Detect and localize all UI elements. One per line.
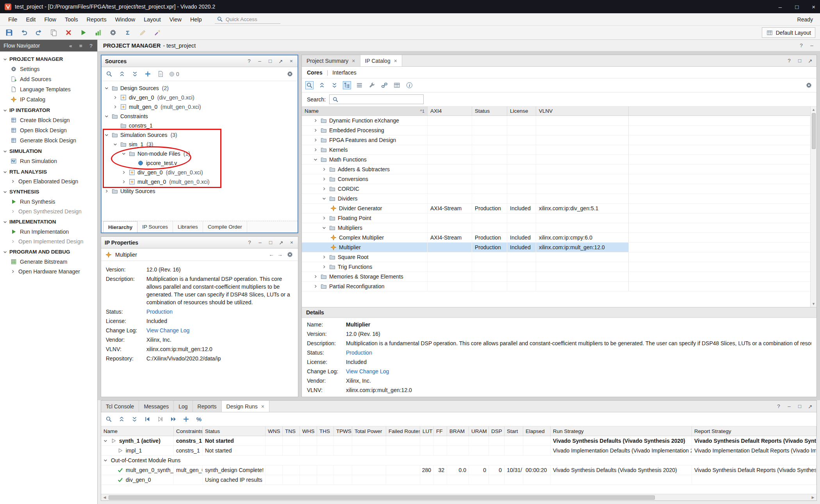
menu-tools[interactable]: Tools bbox=[61, 14, 82, 25]
catalog-row-cordic[interactable]: CORDIC bbox=[302, 184, 810, 194]
collapse-all-icon[interactable] bbox=[118, 415, 126, 423]
edit-icon[interactable] bbox=[138, 28, 147, 37]
catalog-column-status[interactable]: Status bbox=[472, 106, 507, 115]
subtab-cores[interactable]: Cores bbox=[307, 69, 323, 76]
source-item-mult-gen-0[interactable]: mult_gen_0(mult_gen_0.xci) bbox=[102, 177, 298, 186]
minimize-icon[interactable]: – bbox=[257, 58, 262, 64]
close-icon[interactable]: × bbox=[394, 58, 397, 64]
help-icon[interactable]: ? bbox=[786, 58, 792, 64]
sources-tab-hierarchy[interactable]: Hierarchy bbox=[103, 221, 137, 232]
minimize-icon[interactable]: – bbox=[786, 403, 792, 409]
collapse-panel-icon[interactable]: « bbox=[68, 43, 73, 49]
minimize-icon[interactable]: – bbox=[809, 43, 815, 48]
source-item-div-gen-0[interactable]: div_gen_0(div_gen_0.xci) bbox=[102, 168, 298, 177]
help-icon[interactable]: ? bbox=[776, 403, 781, 409]
delete-icon[interactable] bbox=[64, 28, 73, 37]
flow-item-open-implemented-design[interactable]: Open Implemented Design bbox=[0, 237, 97, 246]
expand-all-icon[interactable] bbox=[131, 70, 139, 78]
flow-section-header-simulation[interactable]: SIMULATION bbox=[0, 146, 97, 156]
source-item-ipcore-test-v[interactable]: ipcore_test.v bbox=[102, 158, 298, 168]
catalog-column-license[interactable]: License bbox=[507, 106, 536, 115]
scroll-up-icon[interactable]: ▲ bbox=[811, 106, 816, 113]
maximize-window-icon[interactable]: □ bbox=[795, 4, 799, 10]
chev-down-icon[interactable] bbox=[321, 225, 327, 231]
customize-icon[interactable] bbox=[368, 81, 376, 89]
catalog-column-vlnv[interactable]: VLNV bbox=[536, 106, 629, 115]
chev-down-icon[interactable] bbox=[2, 108, 8, 113]
source-item-sim-1[interactable]: sim_1(3) bbox=[102, 140, 298, 149]
chev-down-icon[interactable] bbox=[2, 219, 8, 225]
chev-right-icon[interactable] bbox=[321, 215, 327, 221]
catalog-row-multiplier[interactable]: MultiplierProductionIncludedxilinx.com:i… bbox=[302, 243, 810, 252]
chev-down-icon[interactable] bbox=[313, 157, 318, 162]
flow-item-create-block-design[interactable]: Create Block Design bbox=[0, 115, 97, 125]
horizontal-scrollbar[interactable]: ◀ ▶ bbox=[101, 494, 816, 500]
runs-column-whs[interactable]: WHS bbox=[300, 426, 317, 436]
flow-section-header-synthesis[interactable]: SYNTHESIS bbox=[0, 186, 97, 197]
chev-down-icon[interactable] bbox=[321, 196, 327, 201]
flow-item-run-synthesis[interactable]: Run Synthesis bbox=[0, 197, 97, 207]
help-icon[interactable]: ? bbox=[246, 58, 252, 64]
runs-group-out-of-context-module-runs[interactable]: Out-of-Context Module Runs bbox=[101, 456, 816, 465]
chev-right-icon[interactable] bbox=[321, 254, 327, 260]
float-icon[interactable]: ↗ bbox=[278, 240, 284, 246]
close-window-icon[interactable]: × bbox=[812, 4, 815, 10]
undo-icon[interactable] bbox=[20, 28, 28, 37]
maximize-icon[interactable]: □ bbox=[267, 58, 273, 64]
sum-icon[interactable]: Σ bbox=[123, 28, 132, 37]
bottom-tab-tcl-console[interactable]: Tcl Console bbox=[101, 401, 139, 412]
runs-column-run-strategy[interactable]: Run Strategy bbox=[551, 426, 692, 436]
search-icon[interactable] bbox=[105, 70, 113, 78]
chev-right-icon[interactable] bbox=[313, 274, 318, 279]
chev-down-icon[interactable] bbox=[104, 132, 109, 138]
catalog-column-axi4[interactable]: AXI4 bbox=[428, 106, 472, 115]
catalog-row-kernels[interactable]: Kernels bbox=[302, 145, 810, 155]
flow-item-run-implementation[interactable]: Run Implementation bbox=[0, 227, 97, 237]
chev-right-icon[interactable] bbox=[112, 104, 118, 110]
chev-right-icon[interactable] bbox=[321, 186, 327, 192]
link-icon[interactable] bbox=[380, 81, 389, 89]
close-icon[interactable]: × bbox=[289, 240, 294, 245]
flow-section-header-rtl-analysis[interactable]: RTL ANALYSIS bbox=[0, 166, 97, 177]
runs-column-lut[interactable]: LUT bbox=[420, 426, 434, 436]
flat-icon[interactable] bbox=[355, 81, 364, 89]
resume-icon[interactable] bbox=[169, 415, 177, 423]
settings-icon[interactable] bbox=[805, 81, 813, 89]
catalog-row-dividers[interactable]: Dividers bbox=[302, 194, 810, 204]
details-value-status[interactable]: Production bbox=[346, 348, 811, 357]
catalog-row-fpga-features-and-design[interactable]: FPGA Features and Design bbox=[302, 135, 810, 145]
flow-item-language-templates[interactable]: Language Templates bbox=[0, 84, 97, 94]
save-icon[interactable] bbox=[5, 28, 13, 37]
search-icon[interactable] bbox=[105, 415, 113, 423]
runs-column-dsp[interactable]: DSP bbox=[489, 426, 504, 436]
chev-right-icon[interactable] bbox=[104, 188, 109, 194]
runs-row-impl-1[interactable]: impl_1constrs_1Not startedVivado Impleme… bbox=[101, 446, 816, 456]
chev-right-icon[interactable] bbox=[313, 147, 318, 153]
runs-column-constraints[interactable]: Constraints bbox=[174, 426, 203, 436]
runs-row-div-gen-0[interactable]: div_gen_0Using cached IP results bbox=[101, 475, 816, 485]
runs-row-mult-gen-0-synth-1[interactable]: mult_gen_0_synth_1mult_gen_0synth_design… bbox=[101, 465, 816, 475]
chev-down-icon[interactable] bbox=[104, 114, 109, 119]
chev-right-icon[interactable] bbox=[313, 137, 318, 143]
bottom-tab-messages[interactable]: Messages bbox=[139, 401, 174, 412]
runs-column-bram[interactable]: BRAM bbox=[447, 426, 469, 436]
expand-all-icon[interactable] bbox=[130, 415, 139, 423]
runs-column-uram[interactable]: URAM bbox=[469, 426, 489, 436]
runs-column-start[interactable]: Start bbox=[504, 426, 523, 436]
redo-icon[interactable] bbox=[34, 28, 43, 37]
runs-column-ths[interactable]: THS bbox=[317, 426, 334, 436]
back-icon[interactable]: ← bbox=[269, 252, 274, 257]
flow-section-header-implementation[interactable]: IMPLEMENTATION bbox=[0, 216, 97, 227]
menu-file[interactable]: File bbox=[4, 14, 21, 25]
scrollbar-thumb[interactable] bbox=[812, 113, 816, 149]
catalog-row-floating-point[interactable]: Floating Point bbox=[302, 213, 810, 223]
settings-icon[interactable] bbox=[109, 28, 117, 37]
runs-column-total-power[interactable]: Total Power bbox=[352, 426, 386, 436]
add-icon[interactable] bbox=[182, 415, 190, 423]
catalog-row-memories-storage-elements[interactable]: Memories & Storage Elements bbox=[302, 272, 810, 282]
bottom-tab-reports[interactable]: Reports bbox=[193, 401, 222, 412]
source-item-div-gen-0[interactable]: div_gen_0(div_gen_0.xci) bbox=[102, 93, 298, 102]
catalog-row-square-root[interactable]: Square Root bbox=[302, 252, 810, 262]
copy-icon[interactable] bbox=[49, 28, 58, 37]
catalog-column-name[interactable]: Name^1 bbox=[302, 106, 428, 115]
